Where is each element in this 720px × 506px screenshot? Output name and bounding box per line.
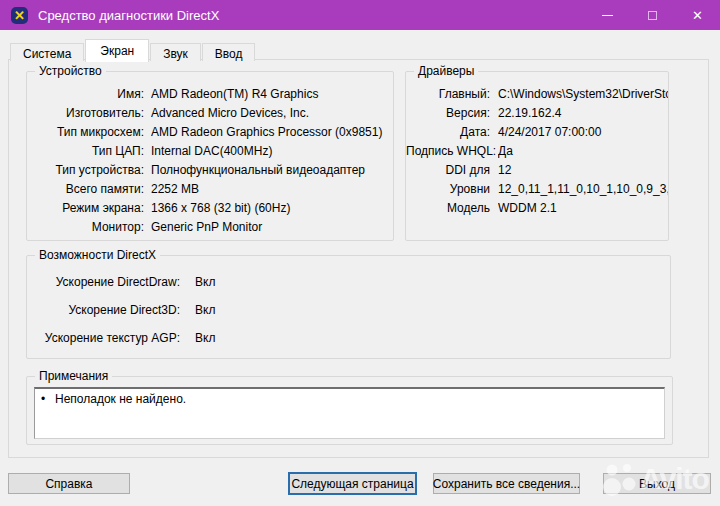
tab-input[interactable]: Ввод	[202, 43, 256, 61]
field-label: Тип микросхем:	[27, 125, 144, 139]
help-button[interactable]: Справка	[8, 473, 130, 494]
directx-features-groupbox: Возможности DirectX Ускорение DirectDraw…	[26, 255, 671, 359]
device-row-chip-type: Тип микросхем: AMD Radeon Graphics Proce…	[27, 122, 393, 141]
field-value: 22.19.162.4	[498, 106, 668, 120]
device-row-manufacturer: Изготовитель: Advanced Micro Devices, In…	[27, 103, 393, 122]
field-label: Тип устройства:	[27, 163, 144, 177]
dxdiag-window: { "window": { "title": "Средство диагнос…	[0, 0, 720, 506]
field-value: Вкл	[195, 275, 670, 289]
device-row-dac-type: Тип ЦАП: Internal DAC(400MHz)	[27, 141, 393, 160]
field-label: Ускорение Direct3D:	[27, 303, 180, 317]
field-value: Advanced Micro Devices, Inc.	[151, 106, 393, 120]
field-value: Да	[498, 144, 668, 158]
field-label: Всего памяти:	[27, 182, 144, 196]
field-value: C:\Windows\System32\DriverStore\F	[498, 87, 668, 101]
field-value: 12	[498, 163, 668, 177]
window-controls: ✕	[585, 0, 720, 30]
device-groupbox: Устройство Имя: AMD Radeon(TM) R4 Graphi…	[26, 71, 394, 241]
maximize-icon	[648, 11, 657, 20]
maximize-button[interactable]	[630, 0, 675, 30]
tab-display[interactable]: Экран	[85, 39, 149, 62]
note-bullet: •	[41, 392, 55, 406]
field-value: Вкл	[195, 303, 670, 317]
directx-app-icon: ✕	[11, 7, 28, 24]
field-label: Модель	[406, 201, 490, 215]
drivers-row-version: Версия: 22.19.162.4	[406, 103, 668, 122]
features-rows: Ускорение DirectDraw: Вкл Ускорение Dire…	[27, 256, 670, 352]
field-label: Имя:	[27, 87, 144, 101]
drivers-row-feature-levels: Уровни 12_0,11_1,11_0,10_1,10_0,9_3,9_2	[406, 179, 668, 198]
field-value: WDDM 2.1	[498, 201, 668, 215]
window-title: Средство диагностики DirectX	[38, 8, 219, 23]
note-text: Неполадок не найдено.	[55, 392, 186, 406]
save-all-information-button[interactable]: Сохранить все сведения...	[433, 473, 580, 494]
field-value: 12_0,11_1,11_0,10_1,10_0,9_3,9_2	[498, 182, 668, 196]
field-value: Полнофункциональный видеоадаптер	[151, 163, 393, 177]
drivers-group-title: Драйверы	[414, 64, 478, 78]
field-label: Монитор:	[27, 220, 144, 234]
field-label: Ускорение текстур AGP:	[27, 331, 180, 345]
features-row-direct3d: Ускорение Direct3D: Вкл	[27, 296, 670, 324]
device-row-monitor: Монитор: Generic PnP Monitor	[27, 217, 393, 236]
display-tab-page: Устройство Имя: AMD Radeon(TM) R4 Graphi…	[8, 59, 709, 458]
field-value: AMD Radeon(TM) R4 Graphics	[151, 87, 393, 101]
close-icon: ✕	[692, 8, 703, 23]
drivers-row-ddi: DDI для 12	[406, 160, 668, 179]
drivers-rows: Главный: C:\Windows\System32\DriverStore…	[406, 72, 668, 217]
field-value: Вкл	[195, 331, 670, 345]
features-row-directdraw: Ускорение DirectDraw: Вкл	[27, 268, 670, 296]
field-label: Уровни	[406, 182, 490, 196]
close-button[interactable]: ✕	[675, 0, 720, 30]
notes-textarea[interactable]: • Неполадок не найдено.	[34, 387, 665, 439]
device-row-display-mode: Режим экрана: 1366 x 768 (32 bit) (60Hz)	[27, 198, 393, 217]
drivers-row-date: Дата: 4/24/2017 07:00:00	[406, 122, 668, 141]
features-row-agp-texture: Ускорение текстур AGP: Вкл	[27, 324, 670, 352]
field-label: Подпись WHQL:	[406, 144, 490, 158]
device-row-name: Имя: AMD Radeon(TM) R4 Graphics	[27, 84, 393, 103]
tab-system[interactable]: Система	[10, 43, 84, 61]
drivers-row-main: Главный: C:\Windows\System32\DriverStore…	[406, 84, 668, 103]
field-value: 4/24/2017 07:00:00	[498, 125, 668, 139]
notes-group-title: Примечания	[35, 369, 112, 383]
device-rows: Имя: AMD Radeon(TM) R4 Graphics Изготови…	[27, 72, 393, 236]
exit-button[interactable]: Выход	[603, 473, 711, 494]
device-row-device-type: Тип устройства: Полнофункциональный виде…	[27, 160, 393, 179]
field-value: Generic PnP Monitor	[151, 220, 393, 234]
next-page-button[interactable]: Следующая страница	[288, 472, 417, 495]
drivers-row-model: Модель WDDM 2.1	[406, 198, 668, 217]
field-label: Изготовитель:	[27, 106, 144, 120]
features-group-title: Возможности DirectX	[35, 248, 160, 262]
field-value: 1366 x 768 (32 bit) (60Hz)	[151, 201, 393, 215]
device-group-title: Устройство	[35, 64, 106, 78]
field-label: Версия:	[406, 106, 490, 120]
drivers-groupbox: Драйверы Главный: C:\Windows\System32\Dr…	[405, 71, 669, 241]
drivers-row-whql: Подпись WHQL: Да	[406, 141, 668, 160]
tab-sound[interactable]: Звук	[150, 43, 201, 61]
device-row-total-memory: Всего памяти: 2252 MB	[27, 179, 393, 198]
field-value: AMD Radeon Graphics Processor (0x9851)	[151, 125, 393, 139]
notes-groupbox: Примечания • Неполадок не найдено.	[26, 376, 673, 445]
field-label: DDI для	[406, 163, 490, 177]
minimize-icon	[602, 15, 613, 16]
title-bar: ✕ Средство диагностики DirectX ✕	[0, 0, 720, 30]
tab-strip: Система Экран Звук Ввод	[10, 38, 256, 61]
minimize-button[interactable]	[585, 0, 630, 30]
field-value: Internal DAC(400MHz)	[151, 144, 393, 158]
field-label: Тип ЦАП:	[27, 144, 144, 158]
field-label: Режим экрана:	[27, 201, 144, 215]
field-label: Дата:	[406, 125, 490, 139]
field-value: 2252 MB	[151, 182, 393, 196]
note-item: • Неполадок не найдено.	[41, 392, 658, 406]
field-label: Главный:	[406, 87, 490, 101]
field-label: Ускорение DirectDraw:	[27, 275, 180, 289]
